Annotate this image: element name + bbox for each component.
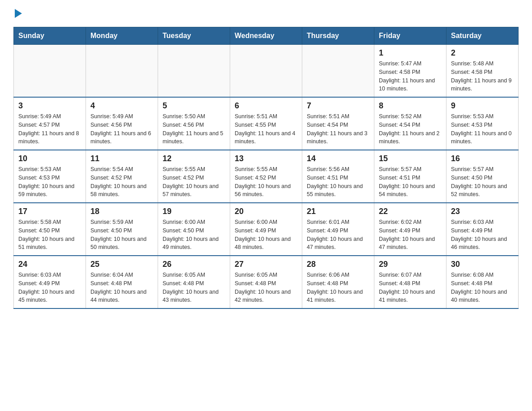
day-number: 21: [307, 207, 369, 216]
calendar-cell: 9Sunrise: 5:53 AMSunset: 4:53 PMDaylight…: [446, 97, 519, 150]
calendar-cell: 20Sunrise: 6:00 AMSunset: 4:49 PMDayligh…: [230, 203, 302, 256]
day-info: Sunrise: 6:01 AMSunset: 4:49 PMDaylight:…: [307, 218, 369, 252]
day-number: 2: [451, 48, 514, 58]
day-info: Sunrise: 5:52 AMSunset: 4:54 PMDaylight:…: [379, 112, 442, 146]
calendar-cell: 7Sunrise: 5:51 AMSunset: 4:54 PMDaylight…: [302, 97, 374, 150]
day-info: Sunrise: 6:08 AMSunset: 4:48 PMDaylight:…: [451, 271, 514, 304]
calendar-cell: [86, 45, 158, 98]
day-info: Sunrise: 5:56 AMSunset: 4:51 PMDaylight:…: [307, 165, 369, 199]
week-row: 24Sunrise: 6:03 AMSunset: 4:49 PMDayligh…: [14, 256, 519, 308]
day-info: Sunrise: 5:57 AMSunset: 4:51 PMDaylight:…: [379, 165, 442, 199]
calendar-cell: 27Sunrise: 6:05 AMSunset: 4:48 PMDayligh…: [230, 256, 302, 308]
day-number: 28: [307, 260, 369, 269]
day-number: 13: [235, 154, 297, 163]
calendar-cell: 6Sunrise: 5:51 AMSunset: 4:55 PMDaylight…: [230, 97, 302, 150]
calendar-cell: [230, 45, 302, 98]
day-header-saturday: Saturday: [446, 27, 519, 45]
day-info: Sunrise: 5:51 AMSunset: 4:55 PMDaylight:…: [235, 112, 297, 146]
day-header-thursday: Thursday: [302, 27, 374, 45]
day-number: 16: [451, 154, 514, 163]
day-number: 1: [379, 48, 442, 58]
calendar-cell: 5Sunrise: 5:50 AMSunset: 4:56 PMDaylight…: [158, 97, 230, 150]
day-number: 29: [379, 260, 442, 269]
day-info: Sunrise: 6:06 AMSunset: 4:48 PMDaylight:…: [307, 271, 369, 304]
calendar-cell: 14Sunrise: 5:56 AMSunset: 4:51 PMDayligh…: [302, 150, 374, 203]
days-of-week-row: SundayMondayTuesdayWednesdayThursdayFrid…: [14, 27, 519, 45]
calendar-cell: 11Sunrise: 5:54 AMSunset: 4:52 PMDayligh…: [86, 150, 158, 203]
day-number: 6: [235, 101, 297, 111]
day-number: 14: [307, 154, 369, 163]
calendar-cell: 24Sunrise: 6:03 AMSunset: 4:49 PMDayligh…: [14, 256, 86, 308]
day-info: Sunrise: 6:00 AMSunset: 4:50 PMDaylight:…: [163, 218, 225, 252]
day-info: Sunrise: 6:00 AMSunset: 4:49 PMDaylight:…: [235, 218, 297, 252]
day-number: 23: [451, 207, 514, 216]
day-number: 5: [163, 101, 225, 111]
day-info: Sunrise: 5:51 AMSunset: 4:54 PMDaylight:…: [307, 112, 369, 146]
calendar-cell: [158, 45, 230, 98]
day-info: Sunrise: 5:57 AMSunset: 4:50 PMDaylight:…: [451, 165, 514, 199]
day-info: Sunrise: 6:03 AMSunset: 4:49 PMDaylight:…: [18, 271, 81, 304]
day-info: Sunrise: 5:59 AMSunset: 4:50 PMDaylight:…: [90, 218, 153, 252]
day-number: 11: [90, 154, 153, 163]
week-row: 17Sunrise: 5:58 AMSunset: 4:50 PMDayligh…: [14, 203, 519, 256]
calendar-cell: 21Sunrise: 6:01 AMSunset: 4:49 PMDayligh…: [302, 203, 374, 256]
day-number: 27: [235, 260, 297, 269]
calendar-cell: 10Sunrise: 5:53 AMSunset: 4:53 PMDayligh…: [14, 150, 86, 203]
day-header-monday: Monday: [86, 27, 158, 45]
day-info: Sunrise: 5:55 AMSunset: 4:52 PMDaylight:…: [163, 165, 225, 199]
day-header-sunday: Sunday: [14, 27, 86, 45]
day-number: 10: [18, 154, 81, 163]
calendar-cell: 15Sunrise: 5:57 AMSunset: 4:51 PMDayligh…: [374, 150, 446, 203]
calendar-cell: 13Sunrise: 5:55 AMSunset: 4:52 PMDayligh…: [230, 150, 302, 203]
day-number: 9: [451, 101, 514, 111]
day-info: Sunrise: 5:48 AMSunset: 4:58 PMDaylight:…: [451, 60, 514, 93]
logo: [13, 9, 22, 18]
day-info: Sunrise: 6:05 AMSunset: 4:48 PMDaylight:…: [163, 271, 225, 304]
day-number: 17: [18, 207, 81, 216]
week-row: 1Sunrise: 5:47 AMSunset: 4:58 PMDaylight…: [14, 45, 519, 98]
calendar-cell: 4Sunrise: 5:49 AMSunset: 4:56 PMDaylight…: [86, 97, 158, 150]
calendar-cell: 3Sunrise: 5:49 AMSunset: 4:57 PMDaylight…: [14, 97, 86, 150]
day-info: Sunrise: 5:55 AMSunset: 4:52 PMDaylight:…: [235, 165, 297, 199]
calendar-cell: 19Sunrise: 6:00 AMSunset: 4:50 PMDayligh…: [158, 203, 230, 256]
day-info: Sunrise: 6:05 AMSunset: 4:48 PMDaylight:…: [235, 271, 297, 304]
day-number: 20: [235, 207, 297, 216]
day-header-friday: Friday: [374, 27, 446, 45]
day-number: 18: [90, 207, 153, 216]
calendar-cell: 28Sunrise: 6:06 AMSunset: 4:48 PMDayligh…: [302, 256, 374, 308]
day-info: Sunrise: 5:49 AMSunset: 4:57 PMDaylight:…: [18, 112, 81, 146]
day-number: 3: [18, 101, 81, 111]
day-number: 4: [90, 101, 153, 111]
day-info: Sunrise: 5:47 AMSunset: 4:58 PMDaylight:…: [379, 60, 442, 93]
day-number: 24: [18, 260, 81, 269]
day-number: 7: [307, 101, 369, 111]
calendar-cell: 30Sunrise: 6:08 AMSunset: 4:48 PMDayligh…: [446, 256, 519, 308]
day-info: Sunrise: 5:54 AMSunset: 4:52 PMDaylight:…: [90, 165, 153, 199]
calendar-cell: 26Sunrise: 6:05 AMSunset: 4:48 PMDayligh…: [158, 256, 230, 308]
calendar-cell: 22Sunrise: 6:02 AMSunset: 4:49 PMDayligh…: [374, 203, 446, 256]
day-info: Sunrise: 6:02 AMSunset: 4:49 PMDaylight:…: [379, 218, 442, 252]
day-info: Sunrise: 5:53 AMSunset: 4:53 PMDaylight:…: [451, 112, 514, 146]
day-info: Sunrise: 6:04 AMSunset: 4:48 PMDaylight:…: [90, 271, 153, 304]
calendar-cell: 16Sunrise: 5:57 AMSunset: 4:50 PMDayligh…: [446, 150, 519, 203]
day-info: Sunrise: 6:07 AMSunset: 4:48 PMDaylight:…: [379, 271, 442, 304]
calendar-table: SundayMondayTuesdayWednesdayThursdayFrid…: [13, 27, 519, 309]
calendar-header: SundayMondayTuesdayWednesdayThursdayFrid…: [14, 27, 519, 45]
calendar-cell: 8Sunrise: 5:52 AMSunset: 4:54 PMDaylight…: [374, 97, 446, 150]
day-number: 25: [90, 260, 153, 269]
calendar-cell: 25Sunrise: 6:04 AMSunset: 4:48 PMDayligh…: [86, 256, 158, 308]
day-info: Sunrise: 6:03 AMSunset: 4:49 PMDaylight:…: [451, 218, 514, 252]
calendar-cell: [14, 45, 86, 98]
day-number: 30: [451, 260, 514, 269]
calendar-cell: 29Sunrise: 6:07 AMSunset: 4:48 PMDayligh…: [374, 256, 446, 308]
day-number: 8: [379, 101, 442, 111]
page-header: [13, 9, 519, 18]
day-number: 15: [379, 154, 442, 163]
logo-arrow-icon: [15, 9, 22, 18]
day-info: Sunrise: 5:49 AMSunset: 4:56 PMDaylight:…: [90, 112, 153, 146]
week-row: 10Sunrise: 5:53 AMSunset: 4:53 PMDayligh…: [14, 150, 519, 203]
calendar-cell: 2Sunrise: 5:48 AMSunset: 4:58 PMDaylight…: [446, 45, 519, 98]
day-info: Sunrise: 5:50 AMSunset: 4:56 PMDaylight:…: [163, 112, 225, 146]
calendar-cell: 17Sunrise: 5:58 AMSunset: 4:50 PMDayligh…: [14, 203, 86, 256]
calendar-cell: [302, 45, 374, 98]
